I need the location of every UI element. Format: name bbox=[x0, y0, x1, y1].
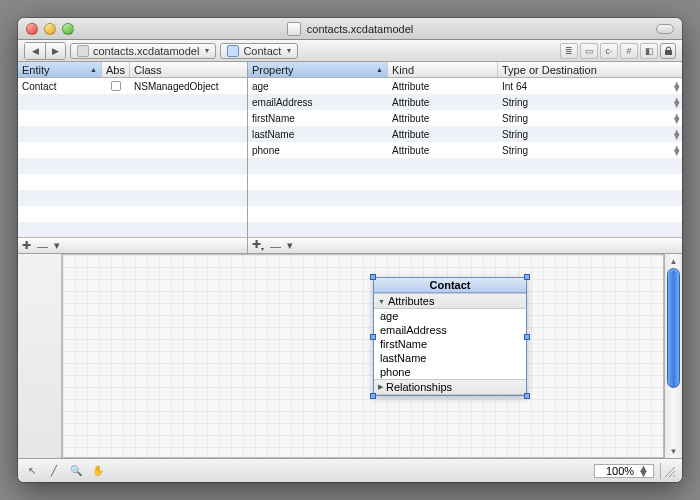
resize-handle[interactable] bbox=[370, 274, 376, 280]
table-row[interactable] bbox=[248, 190, 682, 206]
tb-btn-2[interactable]: ▭ bbox=[580, 43, 598, 59]
table-row[interactable]: emailAddressAttributeString▴▾ bbox=[248, 94, 682, 110]
toolbar-pill-icon[interactable] bbox=[656, 24, 674, 34]
table-row[interactable] bbox=[248, 174, 682, 190]
lock-button[interactable] bbox=[660, 43, 676, 59]
back-button[interactable]: ◀ bbox=[25, 43, 45, 59]
stepper-icon[interactable]: ▴▾ bbox=[674, 113, 680, 123]
col-property[interactable]: Property▲ bbox=[248, 62, 388, 77]
path-file[interactable]: contacts.xcdatamodel ▾ bbox=[70, 43, 216, 59]
vertical-scrollbar[interactable]: ▲ ▼ bbox=[664, 254, 682, 458]
entity-header: Entity▲ Abs Class bbox=[18, 62, 247, 78]
entity-attr-row[interactable]: phone bbox=[374, 365, 526, 379]
tb-btn-5[interactable]: ◧ bbox=[640, 43, 658, 59]
tb-btn-1[interactable]: ≣ bbox=[560, 43, 578, 59]
table-row[interactable] bbox=[18, 174, 247, 190]
col-kind[interactable]: Kind bbox=[388, 62, 498, 77]
pointer-tool[interactable]: ↖ bbox=[24, 464, 40, 478]
diagram-gutter bbox=[18, 254, 62, 458]
cell-property: phone bbox=[248, 145, 388, 156]
table-row[interactable]: lastNameAttributeString▴▾ bbox=[248, 126, 682, 142]
table-row[interactable] bbox=[18, 222, 247, 237]
relationships-section[interactable]: ▶Relationships bbox=[374, 379, 526, 395]
resize-handle[interactable] bbox=[524, 393, 530, 399]
table-row[interactable] bbox=[18, 158, 247, 174]
resize-handle[interactable] bbox=[370, 334, 376, 340]
entity-box[interactable]: Contact ▼Attributes ageemailAddressfirst… bbox=[373, 277, 527, 396]
cell-kind: Attribute bbox=[388, 113, 498, 124]
add-property-button[interactable]: ✚▾ bbox=[252, 238, 264, 252]
entity-attr-row[interactable]: age bbox=[374, 309, 526, 323]
table-row[interactable]: ContactNSManagedObject bbox=[18, 78, 247, 94]
tb-btn-4[interactable]: # bbox=[620, 43, 638, 59]
checkbox[interactable] bbox=[111, 81, 121, 91]
forward-button[interactable]: ▶ bbox=[45, 43, 65, 59]
entity-body[interactable]: ContactNSManagedObject bbox=[18, 78, 247, 237]
table-row[interactable] bbox=[18, 190, 247, 206]
stepper-icon[interactable]: ▴▾ bbox=[674, 145, 680, 155]
tb-btn-3[interactable]: c· bbox=[600, 43, 618, 59]
stepper-icon[interactable]: ▲▼ bbox=[638, 466, 649, 476]
entity-menu-button[interactable]: ▾ bbox=[54, 239, 60, 252]
table-row[interactable] bbox=[18, 110, 247, 126]
chevron-down-icon: ▾ bbox=[287, 46, 291, 55]
resize-grip-icon[interactable] bbox=[660, 463, 676, 479]
property-header: Property▲ Kind Type or Destination bbox=[248, 62, 682, 78]
col-abs[interactable]: Abs bbox=[102, 62, 130, 77]
scroll-thumb[interactable] bbox=[667, 268, 680, 388]
stepper-icon[interactable]: ▴▾ bbox=[674, 81, 680, 91]
zoom-field[interactable]: 100% ▲▼ bbox=[594, 464, 654, 478]
remove-property-button[interactable]: — bbox=[270, 240, 281, 252]
entity-attr-row[interactable]: lastName bbox=[374, 351, 526, 365]
table-row[interactable] bbox=[248, 222, 682, 237]
add-entity-button[interactable]: ✚ bbox=[22, 239, 31, 252]
col-entity[interactable]: Entity▲ bbox=[18, 62, 102, 77]
scroll-up-icon[interactable]: ▲ bbox=[665, 254, 682, 268]
table-row[interactable] bbox=[18, 126, 247, 142]
toolbar-right: ≣ ▭ c· # ◧ bbox=[560, 43, 676, 59]
table-row[interactable]: ageAttributeInt 64▴▾ bbox=[248, 78, 682, 94]
attributes-section[interactable]: ▼Attributes bbox=[374, 293, 526, 309]
table-row[interactable]: phoneAttributeString▴▾ bbox=[248, 142, 682, 158]
col-class[interactable]: Class bbox=[130, 62, 247, 77]
property-footer: ✚▾ — ▾ bbox=[248, 237, 682, 253]
cell-kind: Attribute bbox=[388, 145, 498, 156]
cell-property: emailAddress bbox=[248, 97, 388, 108]
magnify-tool[interactable]: 🔍 bbox=[68, 464, 84, 478]
scroll-down-icon[interactable]: ▼ bbox=[665, 444, 682, 458]
entity-attr-row[interactable]: firstName bbox=[374, 337, 526, 351]
line-tool[interactable]: ╱ bbox=[46, 464, 62, 478]
resize-handle[interactable] bbox=[524, 334, 530, 340]
close-icon[interactable] bbox=[26, 23, 38, 35]
resize-handle[interactable] bbox=[370, 393, 376, 399]
cell-entity: Contact bbox=[18, 81, 102, 92]
table-row[interactable] bbox=[248, 206, 682, 222]
entity-box-title[interactable]: Contact bbox=[374, 278, 526, 293]
diagram-canvas[interactable]: Contact ▼Attributes ageemailAddressfirst… bbox=[62, 254, 664, 458]
titlebar[interactable]: contacts.xcdatamodel bbox=[18, 18, 682, 40]
resize-handle[interactable] bbox=[524, 274, 530, 280]
table-row[interactable] bbox=[18, 94, 247, 110]
property-body[interactable]: ageAttributeInt 64▴▾emailAddressAttribut… bbox=[248, 78, 682, 237]
hand-tool[interactable]: ✋ bbox=[90, 464, 106, 478]
stepper-icon[interactable]: ▴▾ bbox=[674, 97, 680, 107]
traffic-lights bbox=[26, 23, 74, 35]
table-row[interactable] bbox=[18, 142, 247, 158]
table-row[interactable]: firstNameAttributeString▴▾ bbox=[248, 110, 682, 126]
property-menu-button[interactable]: ▾ bbox=[287, 239, 293, 252]
cell-kind: Attribute bbox=[388, 81, 498, 92]
stepper-icon[interactable]: ▴▾ bbox=[674, 129, 680, 139]
disclosure-closed-icon: ▶ bbox=[378, 383, 383, 391]
minimize-icon[interactable] bbox=[44, 23, 56, 35]
path-entity[interactable]: Contact ▾ bbox=[220, 43, 298, 59]
cell-abs[interactable] bbox=[102, 81, 130, 91]
table-row[interactable] bbox=[18, 206, 247, 222]
col-type[interactable]: Type or Destination bbox=[498, 62, 682, 77]
property-pane: Property▲ Kind Type or Destination ageAt… bbox=[248, 62, 682, 253]
cell-property: lastName bbox=[248, 129, 388, 140]
remove-entity-button[interactable]: — bbox=[37, 240, 48, 252]
editor-window: contacts.xcdatamodel ◀ ▶ contacts.xcdata… bbox=[18, 18, 682, 482]
entity-attr-row[interactable]: emailAddress bbox=[374, 323, 526, 337]
zoom-icon[interactable] bbox=[62, 23, 74, 35]
table-row[interactable] bbox=[248, 158, 682, 174]
